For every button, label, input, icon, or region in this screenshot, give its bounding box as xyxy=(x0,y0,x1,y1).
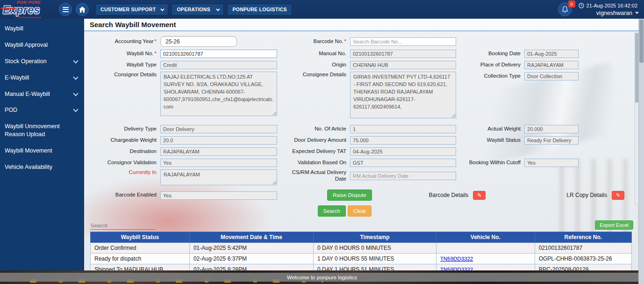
booking-date-field[interactable] xyxy=(524,50,579,58)
main-content: Search Waybill Movement Accounting Year*… xyxy=(84,19,644,270)
sidebar-item-vehicle-availability[interactable]: Vehicle Availability xyxy=(0,159,84,175)
hamburger-menu-button[interactable] xyxy=(59,3,72,16)
sidebar-item-waybill[interactable]: Waybill xyxy=(0,21,84,37)
raise-dispute-button[interactable]: Raise Dispute xyxy=(327,189,372,201)
vehicle-link[interactable]: TN59DD3322 xyxy=(440,256,473,262)
barcode-enabled-label: Barcode Enabled xyxy=(90,192,160,198)
vehicle-no-cell: TN59DD3322 xyxy=(436,254,535,264)
waybill-type-field[interactable] xyxy=(160,61,277,69)
table-search-input[interactable] xyxy=(90,222,156,230)
status-cell: Ready for dispatch xyxy=(91,254,190,264)
column-header: Reference No. xyxy=(535,232,631,243)
sidebar-item-pod[interactable]: POD xyxy=(0,102,84,118)
barcode-details-edit-button[interactable]: ✎ xyxy=(473,191,486,200)
clock-icon xyxy=(579,3,584,8)
nav-button-ponpure-logistics[interactable]: PONPURE LOGISTICS xyxy=(227,4,292,15)
lr-copy-details-edit-button[interactable]: ✎ xyxy=(612,191,624,200)
edit-icon: ✎ xyxy=(477,192,481,198)
reference-no-cell: RPC-202508-00128 xyxy=(535,264,631,271)
nav-button-operations[interactable]: OPERATIONS xyxy=(172,4,224,15)
reference-no-cell: 02100132601787 xyxy=(535,243,631,254)
movement-table: Waybill StatusMovement Date & TimeTimest… xyxy=(90,232,632,270)
consignor-validation-field[interactable] xyxy=(160,159,277,167)
column-header: Timestamp xyxy=(314,232,436,243)
cs-rm-actual-delivery-date-field[interactable] xyxy=(350,172,456,180)
place-of-delivery-field[interactable] xyxy=(524,61,579,69)
destination-label: Destination xyxy=(90,148,160,155)
no-of-article-field[interactable] xyxy=(350,125,456,133)
clear-button[interactable]: Clear xyxy=(348,205,372,217)
window-scrollbar[interactable] xyxy=(638,19,644,284)
welcome-message: Welcome to ponpure logistics xyxy=(287,275,357,280)
actual-weight-label: Actual Weight xyxy=(459,126,524,132)
booking-within-cutoff-field[interactable] xyxy=(524,159,579,167)
accounting-year-select[interactable] xyxy=(160,36,237,47)
actual-weight-field[interactable] xyxy=(524,125,579,133)
column-header: Waybill Status xyxy=(91,232,190,243)
booking-within-cutoff-label: Booking Within Cutoff xyxy=(459,160,524,166)
sidebar-item-e-waybill[interactable]: E-Waybill xyxy=(0,70,84,86)
movement-table-wrap: Waybill StatusMovement Date & TimeTimest… xyxy=(84,232,644,270)
delivery-type-field[interactable] xyxy=(160,125,277,133)
expected-delivery-tat-field[interactable] xyxy=(350,147,456,156)
movement-table-body: Order Confirmed01-Aug-2025 5:42PM0 DAY 0… xyxy=(91,243,632,271)
timestamp-cell: 1 DAY 0 HOURS 55 MINUTES xyxy=(314,254,436,264)
header-right: 0 21-Aug-2025 16:42:02 vigneshwaran xyxy=(558,2,637,16)
collection-type-field[interactable] xyxy=(524,72,579,80)
table-row: Order Confirmed01-Aug-2025 5:42PM0 DAY 0… xyxy=(91,243,632,254)
current-datetime: 21-Aug-2025 16:42:02 xyxy=(587,3,637,8)
chargeable-weight-field[interactable] xyxy=(160,136,277,145)
consignor-details-textarea[interactable]: BAJAJ ELECTRICALS LTD,NO;125 AT SURVEY N… xyxy=(160,72,277,116)
sidebar-item-waybill-unmovement-reason-upload[interactable]: Waybill Unmovement Reason Upload xyxy=(0,118,84,143)
column-header: Vehicle No. xyxy=(436,232,535,243)
chevron-down-icon xyxy=(73,58,78,63)
search-button[interactable]: Search xyxy=(318,205,346,217)
validation-based-on-field[interactable] xyxy=(350,159,456,167)
door-delivery-amount-field[interactable] xyxy=(350,136,456,145)
brand-main-text: Expres xyxy=(3,5,55,15)
top-header-bar: PON PURE Expres On time every time CUSTO… xyxy=(0,0,644,19)
window-scrollbar-thumb[interactable] xyxy=(639,20,644,63)
datetime-row: 21-Aug-2025 16:42:02 xyxy=(579,3,637,8)
sidebar-item-stock-operation[interactable]: Stock Operation xyxy=(0,53,84,70)
cs-rm-actual-delivery-date-label: CS/RM Actual Delivery Date xyxy=(280,169,350,182)
consignee-details-textarea[interactable]: GIRIAS INVESTMENT PVT LTD-4,626117 - FIR… xyxy=(350,72,456,118)
barcode-no-input[interactable] xyxy=(350,37,456,46)
brand-logo[interactable]: PON PURE Expres On time every time xyxy=(3,0,55,19)
footer-photo-strip: Welcome to ponpure logistics xyxy=(0,270,644,284)
sidebar-item-waybill-approval[interactable]: Waybill Approval xyxy=(0,37,84,53)
bell-icon xyxy=(562,6,568,13)
home-button[interactable] xyxy=(76,3,89,16)
export-excel-button[interactable]: Export Excel xyxy=(595,220,633,230)
barcode-no-label: Barcode No.* xyxy=(280,38,350,45)
waybill-status-field[interactable] xyxy=(524,136,579,145)
home-icon xyxy=(79,7,86,13)
username: vigneshwaran xyxy=(596,10,632,16)
sidebar-item-manual-e-waybill[interactable]: Manual E-Waybill xyxy=(0,86,84,102)
chargeable-weight-label: Chargeable Weight xyxy=(90,137,160,144)
form-scrollbar-thumb[interactable] xyxy=(635,33,638,102)
consignee-details-label: Consignee Details xyxy=(280,72,350,78)
user-menu[interactable]: vigneshwaran xyxy=(596,10,637,16)
movement-table-header-row: Waybill StatusMovement Date & TimeTimest… xyxy=(91,232,632,243)
origin-field[interactable] xyxy=(350,61,456,69)
manual-no-field[interactable] xyxy=(350,50,456,58)
vehicle-no-cell: TN59DD3322 xyxy=(436,264,535,271)
door-delivery-amount-label: Door Delivery Amount xyxy=(280,137,350,144)
nav-button-customer-support[interactable]: CUSTOMER SUPPORT xyxy=(95,4,168,15)
lr-copy-details-label: LR Copy Details xyxy=(566,192,607,198)
collection-type-label: Collection Type xyxy=(459,73,524,80)
sidebar-item-waybill-movement[interactable]: Waybill Movement xyxy=(0,143,84,159)
timestamp-cell: 0 DAY 1 HOURS 51 MINUTES xyxy=(314,264,436,271)
currently-in-textarea[interactable]: RAJAPALAYAM xyxy=(160,169,277,185)
accounting-year-label: Accounting Year* xyxy=(90,38,160,45)
consignor-validation-label: Consignor Validation xyxy=(90,160,160,166)
edit-icon: ✎ xyxy=(616,192,620,198)
brand-tagline: On time every time xyxy=(18,16,55,19)
page-title-bar: Search Waybill Movement xyxy=(84,19,644,31)
waybill-no-input[interactable] xyxy=(160,50,277,58)
barcode-enabled-field[interactable] xyxy=(160,191,277,200)
waybill-type-label: Waybill Type xyxy=(90,62,160,68)
destination-field[interactable] xyxy=(160,147,277,156)
vehicle-link[interactable]: TN59DD3322 xyxy=(440,267,473,270)
